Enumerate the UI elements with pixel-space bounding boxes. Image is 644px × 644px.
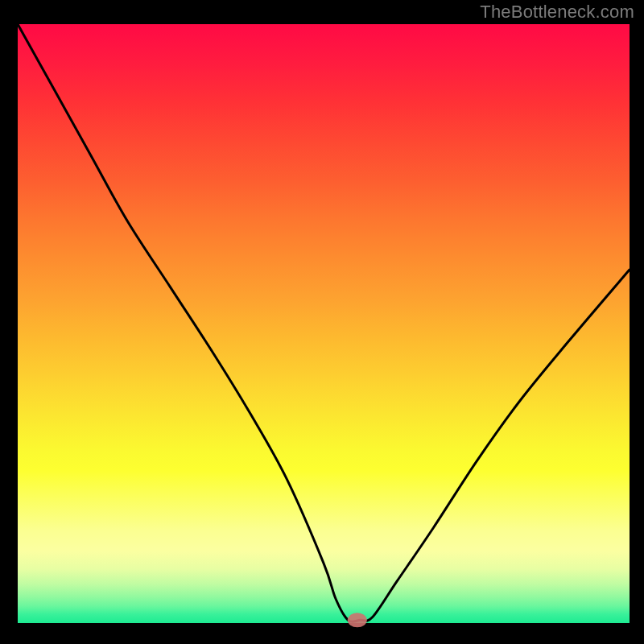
plot-area	[18, 24, 630, 623]
optimal-marker-icon	[348, 613, 367, 627]
bottleneck-chart	[0, 0, 644, 644]
watermark-text: TheBottleneck.com	[480, 2, 634, 23]
chart-stage: TheBottleneck.com	[0, 0, 644, 644]
